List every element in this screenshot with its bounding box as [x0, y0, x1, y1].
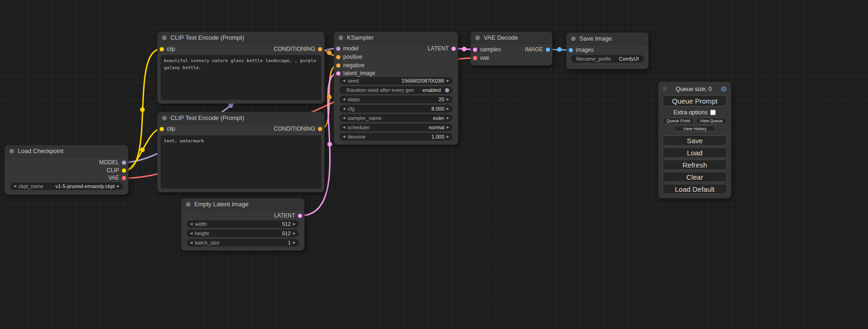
refresh-button[interactable]: Refresh [663, 160, 727, 170]
samples-input-port[interactable] [473, 48, 477, 52]
node-title-bar[interactable]: CLIP Text Encode (Prompt) [157, 32, 325, 44]
input-slot-clip: clip [160, 46, 175, 52]
node-title-bar[interactable]: Load Checkpoint [5, 145, 128, 157]
negative-prompt-textarea[interactable]: text, watermark [161, 135, 321, 189]
widget-value: normal [429, 125, 445, 130]
widget-value: 156680208700286 [402, 78, 445, 84]
increment-arrow-icon[interactable]: ▶ [447, 126, 449, 129]
scheduler-widget[interactable]: ◀ scheduler normal ▶ [339, 124, 452, 131]
decrement-arrow-icon[interactable]: ◀ [343, 126, 345, 129]
decrement-arrow-icon[interactable]: ◀ [190, 222, 192, 226]
decrement-arrow-icon[interactable]: ◀ [343, 107, 345, 111]
increment-arrow-icon[interactable]: ▶ [447, 116, 449, 120]
clear-button[interactable]: Clear [663, 172, 727, 182]
collapse-dot-icon[interactable] [9, 149, 14, 154]
node-title-bar[interactable]: VAE Decode [471, 32, 552, 44]
extra-options-checkbox[interactable] [710, 110, 716, 115]
node-clip-text-encode-positive[interactable]: CLIP Text Encode (Prompt) clip CONDITION… [157, 32, 325, 104]
slot-label: images [576, 47, 594, 53]
view-queue-button[interactable]: View Queue [696, 118, 727, 124]
decrement-arrow-icon[interactable]: ◀ [343, 135, 345, 139]
increment-arrow-icon[interactable]: ▶ [447, 107, 449, 111]
node-title-bar[interactable]: Save Image [566, 33, 649, 45]
image-output-port[interactable] [546, 48, 550, 52]
decrement-arrow-icon[interactable]: ◀ [14, 184, 16, 188]
decrement-arrow-icon[interactable]: ◀ [343, 116, 345, 120]
denoise-widget[interactable]: ◀ denoise 1.000 ▶ [339, 133, 452, 140]
node-vae-decode[interactable]: VAE Decode samples vae IMAGE [471, 32, 552, 65]
positive-prompt-textarea[interactable]: beautiful scenery nature glass bottle la… [161, 55, 321, 100]
latent-image-input-port[interactable] [336, 71, 340, 76]
queue-front-button[interactable]: Queue Front [663, 118, 694, 124]
decrement-arrow-icon[interactable]: ◀ [343, 79, 345, 83]
model-input-port[interactable] [336, 47, 340, 51]
increment-arrow-icon[interactable]: ▶ [293, 231, 296, 235]
clip-input-port[interactable] [160, 47, 164, 51]
widget-value: ComfyUI [619, 56, 639, 62]
batch-size-widget[interactable]: ◀ batch_size 1 ▶ [187, 239, 299, 246]
toggle-dot-icon[interactable] [445, 88, 449, 92]
increment-arrow-icon[interactable]: ▶ [447, 98, 449, 101]
node-save-image[interactable]: Save Image images filename_prefix ComfyU… [566, 33, 649, 69]
load-button[interactable]: Load [663, 147, 727, 158]
positive-input-port[interactable] [336, 55, 340, 59]
load-default-button[interactable]: Load Default [663, 184, 727, 194]
decrement-arrow-icon[interactable]: ◀ [343, 98, 345, 101]
slot-label: CONDITIONING [274, 46, 315, 52]
vae-output-port[interactable] [122, 176, 126, 180]
random-seed-toggle-widget[interactable]: Random seed after every gen enabled [339, 86, 452, 94]
width-widget[interactable]: ◀ width 512 ▶ [187, 220, 299, 228]
increment-arrow-icon[interactable]: ▶ [447, 79, 449, 83]
node-title-bar[interactable]: KSampler [334, 32, 458, 44]
increment-arrow-icon[interactable]: ▶ [447, 135, 449, 139]
widget-value: 512 [282, 231, 290, 236]
output-slot-latent: LATENT [274, 212, 302, 219]
output-slot-latent: LATENT [428, 45, 456, 52]
queue-prompt-button[interactable]: Queue Prompt [663, 95, 727, 106]
vae-input-port[interactable] [473, 56, 477, 60]
sampler-name-widget[interactable]: ◀ sampler_name euler ▶ [339, 114, 452, 122]
conditioning-output-port[interactable] [318, 127, 322, 131]
widget-label: steps [347, 97, 360, 102]
collapse-dot-icon[interactable] [571, 36, 576, 41]
filename-prefix-widget[interactable]: filename_prefix ComfyUI [571, 55, 644, 63]
conditioning-output-port[interactable] [318, 47, 322, 51]
ckpt-name-widget[interactable]: ◀ ckpt_name v1-5-pruned-emaonly.ckpt ▶ [10, 182, 123, 190]
node-load-checkpoint[interactable]: Load Checkpoint MODEL CLIP VAE ◀ ckpt_na… [5, 145, 128, 195]
node-empty-latent-image[interactable]: Empty Latent Image LATENT ◀ width 512 ▶ … [181, 198, 304, 251]
collapse-dot-icon[interactable] [162, 35, 167, 40]
link-midpoint-dot [327, 95, 332, 99]
seed-widget[interactable]: ◀ seed 156680208700286 ▶ [339, 77, 452, 84]
steps-widget[interactable]: ◀ steps 20 ▶ [339, 96, 452, 103]
increment-arrow-icon[interactable]: ▶ [293, 222, 296, 226]
settings-gear-icon[interactable]: ⚙ [721, 85, 727, 93]
decrement-arrow-icon[interactable]: ◀ [190, 241, 192, 245]
collapse-dot-icon[interactable] [339, 35, 343, 40]
images-input-port[interactable] [569, 48, 573, 52]
cfg-widget[interactable]: ◀ cfg 8.000 ▶ [339, 105, 452, 112]
decrement-arrow-icon[interactable]: ◀ [190, 231, 192, 235]
increment-arrow-icon[interactable]: ▶ [117, 184, 120, 188]
node-title-bar[interactable]: Empty Latent Image [181, 198, 304, 210]
graph-canvas[interactable]: Load Checkpoint MODEL CLIP VAE ◀ ckpt_na… [0, 0, 868, 329]
collapse-dot-icon[interactable] [186, 202, 191, 207]
drag-handle-icon[interactable]: ⠿ [663, 86, 667, 92]
save-button[interactable]: Save [663, 135, 727, 146]
collapse-dot-icon[interactable] [162, 116, 167, 120]
latent-output-port[interactable] [298, 214, 302, 218]
slot-label: model [343, 45, 359, 52]
increment-arrow-icon[interactable]: ▶ [293, 241, 296, 245]
node-ksampler[interactable]: KSampler model positive negative latent_… [334, 32, 458, 145]
slot-label: CLIP [106, 167, 119, 174]
collapse-dot-icon[interactable] [475, 35, 480, 40]
latent-output-port[interactable] [452, 47, 456, 51]
height-widget[interactable]: ◀ height 512 ▶ [187, 230, 299, 237]
clip-input-port[interactable] [160, 127, 164, 131]
output-slot-conditioning: CONDITIONING [274, 46, 322, 52]
clip-output-port[interactable] [122, 168, 126, 173]
negative-input-port[interactable] [336, 63, 340, 68]
view-history-button[interactable]: View History [674, 126, 715, 132]
node-clip-text-encode-negative[interactable]: CLIP Text Encode (Prompt) clip CONDITION… [157, 112, 325, 192]
model-output-port[interactable] [122, 161, 126, 165]
node-title-bar[interactable]: CLIP Text Encode (Prompt) [157, 112, 325, 124]
